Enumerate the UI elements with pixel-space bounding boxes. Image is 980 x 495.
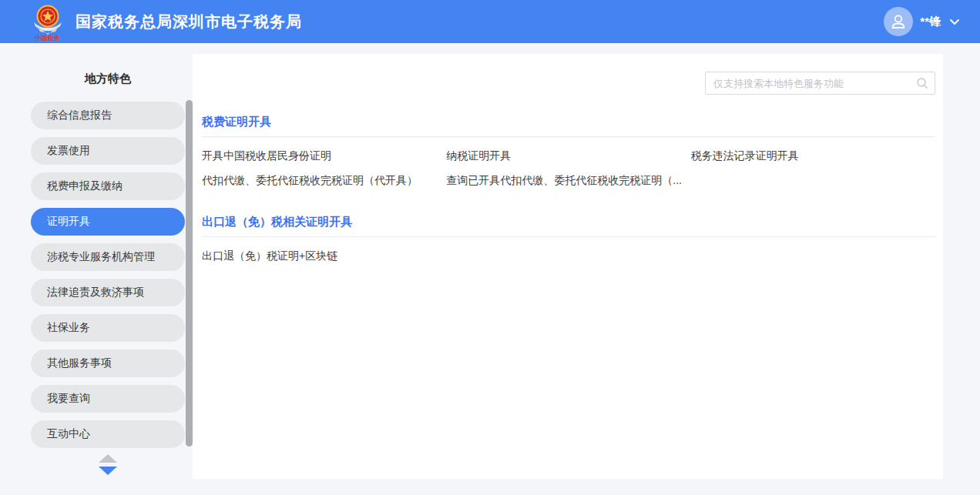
- service-link[interactable]: 出口退（免）税证明+区块链: [202, 244, 446, 269]
- search-icon[interactable]: [915, 76, 929, 90]
- chevron-down-icon[interactable]: [949, 18, 960, 25]
- sidebar-menu: 综合信息报告发票使用税费申报及缴纳证明开具涉税专业服务机构管理法律追责及救济事项…: [31, 102, 193, 448]
- sidebar-item[interactable]: 税费申报及缴纳: [31, 172, 185, 200]
- service-link[interactable]: 代扣代缴、委托代征税收完税证明（代开具）: [202, 169, 446, 193]
- tax-emblem-icon: 中国税务: [29, 2, 66, 41]
- app-header: 中国税务 国家税务总局深圳市电子税务局 **锋: [0, 0, 980, 43]
- sidebar-item[interactable]: 涉税专业服务机构管理: [31, 243, 185, 271]
- sidebar-item[interactable]: 互动中心: [31, 420, 185, 448]
- service-link[interactable]: 查询已开具代扣代缴、委托代征税收完税证明（...: [446, 169, 690, 193]
- search-input[interactable]: [705, 72, 935, 95]
- section-title: 税费证明开具: [202, 115, 935, 128]
- scroll-down-icon[interactable]: [99, 467, 117, 475]
- sections: 税费证明开具开具中国税收居民身份证明纳税证明开具税务违法记录证明开具代扣代缴、委…: [202, 115, 935, 269]
- sidebar-scrollbar[interactable]: [186, 100, 193, 447]
- sidebar-item[interactable]: 综合信息报告: [31, 102, 185, 129]
- user-menu[interactable]: **锋: [884, 7, 960, 36]
- logo-wrap: 中国税务: [29, 2, 66, 41]
- service-grid: 开具中国税收居民身份证明纳税证明开具税务违法记录证明开具代扣代缴、委托代征税收完…: [202, 144, 935, 193]
- page-title: 国家税务总局深圳市电子税务局: [76, 12, 302, 32]
- sidebar-item[interactable]: 其他服务事项: [31, 350, 185, 377]
- section-divider: [202, 136, 935, 137]
- scroll-up-icon[interactable]: [99, 454, 117, 463]
- user-name[interactable]: **锋: [920, 15, 941, 29]
- service-grid: 出口退（免）税证明+区块链: [202, 244, 935, 269]
- sidebar-item[interactable]: 社保业务: [31, 314, 185, 342]
- logo-caption: 中国税务: [35, 35, 60, 41]
- sidebar: 地方特色 综合信息报告发票使用税费申报及缴纳证明开具涉税专业服务机构管理法律追责…: [0, 43, 193, 495]
- service-section: 出口退（免）税相关证明开具出口退（免）税证明+区块链: [202, 216, 935, 269]
- service-section: 税费证明开具开具中国税收居民身份证明纳税证明开具税务违法记录证明开具代扣代缴、委…: [202, 115, 935, 193]
- sidebar-title: 地方特色: [31, 72, 185, 86]
- service-link[interactable]: 开具中国税收居民身份证明: [202, 144, 446, 169]
- sidebar-item[interactable]: 证明开具: [31, 208, 185, 236]
- section-title: 出口退（免）税相关证明开具: [202, 216, 935, 228]
- section-divider: [202, 236, 935, 237]
- sidebar-scroll-arrows: [31, 454, 185, 475]
- main-content: 税费证明开具开具中国税收居民身份证明纳税证明开具税务违法记录证明开具代扣代缴、委…: [193, 54, 943, 479]
- user-avatar-icon[interactable]: [884, 7, 913, 36]
- service-link[interactable]: 纳税证明开具: [446, 144, 690, 169]
- sidebar-item[interactable]: 法律追责及救济事项: [31, 279, 185, 306]
- sidebar-item[interactable]: 我要查询: [31, 385, 185, 413]
- sidebar-item[interactable]: 发票使用: [31, 137, 185, 165]
- service-link[interactable]: 税务违法记录证明开具: [691, 144, 935, 169]
